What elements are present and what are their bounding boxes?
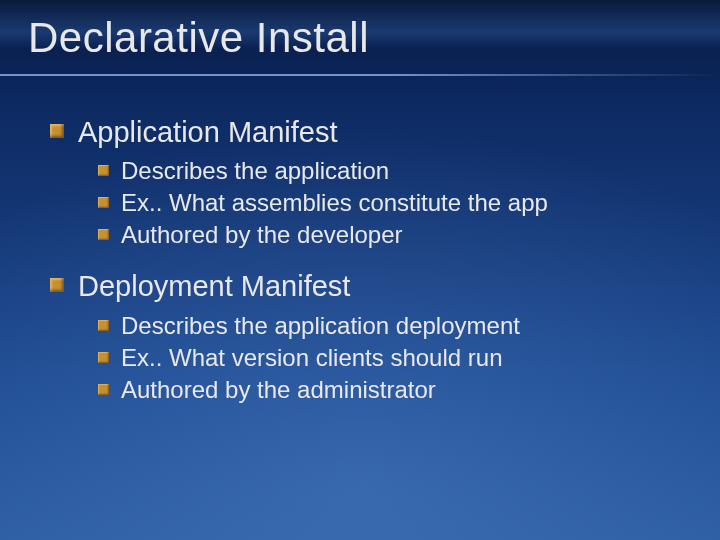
item-text: Authored by the administrator xyxy=(121,375,436,405)
list-item: Ex.. What assemblies constitute the app xyxy=(98,188,690,218)
item-text: Authored by the developer xyxy=(121,220,403,250)
bullet-icon xyxy=(98,320,109,331)
bullet-icon xyxy=(98,197,109,208)
item-text: Ex.. What assemblies constitute the app xyxy=(121,188,548,218)
slide: Declarative Install Application Manifest… xyxy=(0,0,720,540)
slide-title: Declarative Install xyxy=(28,14,369,62)
bullet-icon xyxy=(98,352,109,363)
section-heading: Application Manifest xyxy=(78,114,338,150)
bullet-icon xyxy=(50,124,64,138)
bullet-icon xyxy=(98,229,109,240)
list-item: Ex.. What version clients should run xyxy=(98,343,690,373)
slide-content: Application Manifest Describes the appli… xyxy=(50,108,690,423)
section-1: Deployment Manifest Describes the applic… xyxy=(50,268,690,404)
title-underline xyxy=(0,74,720,76)
item-text: Describes the application xyxy=(121,156,389,186)
bullet-icon xyxy=(98,384,109,395)
list-item: Authored by the administrator xyxy=(98,375,690,405)
section-0: Application Manifest Describes the appli… xyxy=(50,114,690,250)
list-item: Describes the application xyxy=(98,156,690,186)
item-text: Describes the application deployment xyxy=(121,311,520,341)
bullet-icon xyxy=(98,165,109,176)
section-heading: Deployment Manifest xyxy=(78,268,350,304)
list-item: Application Manifest xyxy=(50,114,690,150)
list-item: Authored by the developer xyxy=(98,220,690,250)
item-text: Ex.. What version clients should run xyxy=(121,343,503,373)
list-item: Describes the application deployment xyxy=(98,311,690,341)
list-item: Deployment Manifest xyxy=(50,268,690,304)
bullet-icon xyxy=(50,278,64,292)
